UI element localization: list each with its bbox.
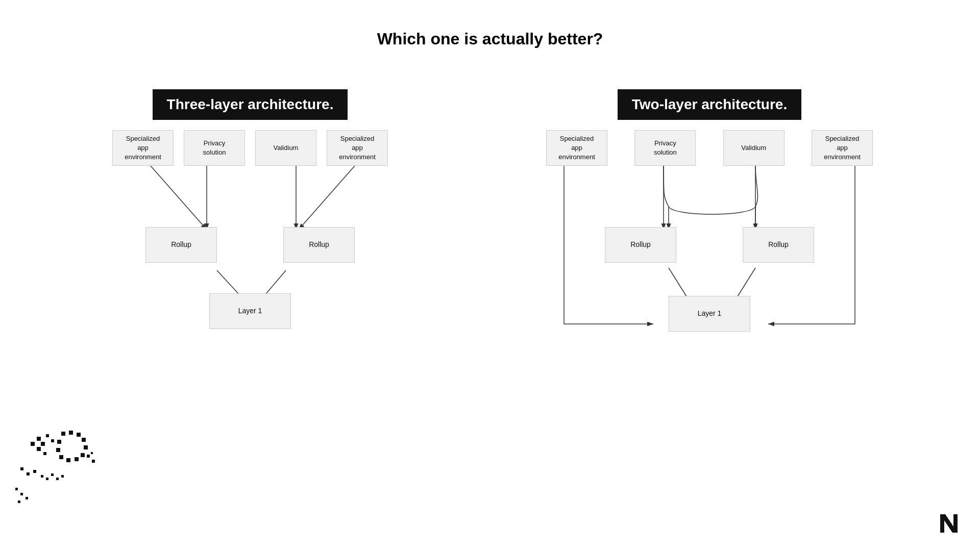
tl2-validium-node: Validium bbox=[723, 130, 785, 166]
svg-rect-45 bbox=[18, 500, 20, 503]
svg-rect-31 bbox=[20, 467, 23, 470]
tl2-specialized2-node: Specialized app environment bbox=[812, 130, 873, 166]
tl-specialized2-node: Specialized app environment bbox=[327, 130, 388, 166]
svg-rect-43 bbox=[20, 493, 23, 495]
pixel-decoration bbox=[15, 427, 117, 520]
svg-line-4 bbox=[299, 166, 355, 230]
svg-rect-26 bbox=[75, 457, 79, 461]
svg-rect-21 bbox=[69, 431, 73, 435]
tl2-specialized-node: Specialized app environment bbox=[546, 130, 607, 166]
svg-rect-20 bbox=[61, 432, 65, 436]
page-title: Which one is actually better? bbox=[0, 0, 980, 48]
logo bbox=[938, 512, 959, 537]
svg-rect-40 bbox=[56, 478, 59, 480]
svg-rect-36 bbox=[91, 452, 93, 454]
two-layer-title: Two-layer architecture. bbox=[618, 89, 801, 120]
svg-rect-27 bbox=[66, 458, 70, 462]
svg-rect-35 bbox=[92, 460, 95, 463]
svg-rect-23 bbox=[82, 438, 86, 442]
svg-rect-13 bbox=[31, 442, 35, 446]
two-layer-diagram: Two-layer architecture. bbox=[536, 89, 883, 355]
svg-rect-38 bbox=[46, 478, 48, 480]
tl-specialized-node: Specialized app environment bbox=[112, 130, 174, 166]
tl2-rollup-right-node: Rollup bbox=[743, 227, 814, 263]
svg-rect-30 bbox=[57, 440, 61, 444]
svg-rect-42 bbox=[15, 488, 18, 490]
tl-privacy-node: Privacy solution bbox=[184, 130, 245, 166]
tl-validium-node: Validium bbox=[255, 130, 316, 166]
tl2-rollup-left-node: Rollup bbox=[605, 227, 676, 263]
svg-rect-25 bbox=[81, 453, 85, 457]
svg-rect-44 bbox=[26, 497, 28, 499]
diagrams-container: Three-layer architecture. bbox=[0, 59, 980, 355]
three-layer-title: Three-layer architecture. bbox=[153, 89, 348, 120]
svg-rect-17 bbox=[46, 434, 49, 437]
svg-rect-18 bbox=[51, 439, 54, 442]
svg-rect-22 bbox=[77, 433, 81, 437]
svg-rect-37 bbox=[41, 475, 43, 478]
svg-rect-19 bbox=[43, 452, 46, 455]
svg-rect-39 bbox=[51, 473, 54, 476]
svg-rect-41 bbox=[61, 475, 64, 478]
svg-line-1 bbox=[151, 166, 207, 230]
tl2-privacy-node: Privacy solution bbox=[634, 130, 696, 166]
tl2-layer1-node: Layer 1 bbox=[669, 296, 750, 332]
tl-layer1-node: Layer 1 bbox=[209, 293, 291, 329]
tl-rollup-left-node: Rollup bbox=[145, 227, 217, 263]
svg-rect-16 bbox=[37, 447, 41, 451]
svg-rect-34 bbox=[87, 455, 90, 458]
svg-rect-28 bbox=[59, 455, 63, 459]
tl-rollup-right-node: Rollup bbox=[283, 227, 355, 263]
svg-rect-32 bbox=[27, 472, 30, 475]
svg-rect-24 bbox=[84, 445, 88, 449]
svg-rect-29 bbox=[56, 448, 60, 452]
svg-rect-14 bbox=[37, 437, 41, 441]
svg-rect-33 bbox=[33, 470, 36, 473]
three-layer-diagram: Three-layer architecture. bbox=[97, 89, 403, 355]
svg-rect-15 bbox=[41, 442, 45, 446]
